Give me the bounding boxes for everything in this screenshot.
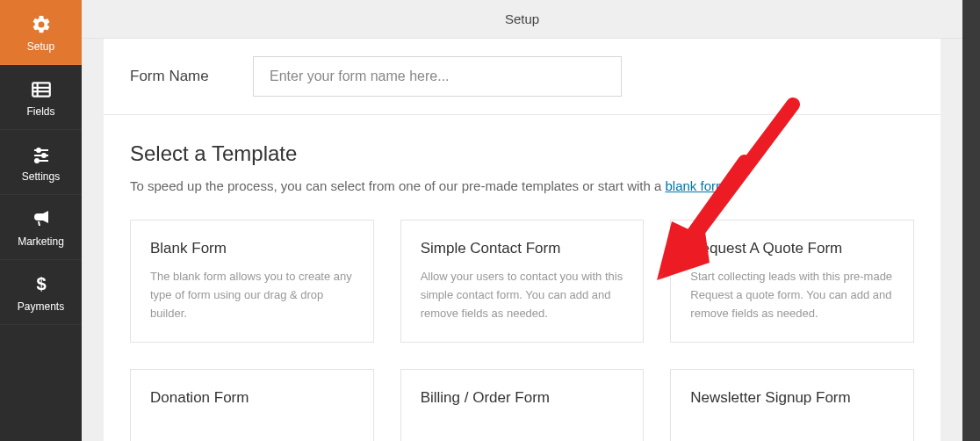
svg-point-7 bbox=[42, 154, 46, 157]
blank-form-link[interactable]: blank form. bbox=[665, 178, 730, 193]
sidebar: Setup Fields Settings Marketing $ Paymen… bbox=[0, 0, 82, 441]
template-title: Simple Contact Form bbox=[421, 240, 624, 257]
sidebar-item-fields[interactable]: Fields bbox=[0, 65, 82, 130]
template-title: Donation Form bbox=[150, 389, 354, 407]
template-subtext: To speed up the process, you can select … bbox=[130, 178, 914, 193]
page-title: Setup bbox=[505, 11, 539, 26]
template-heading: Select a Template bbox=[130, 141, 914, 166]
bullhorn-icon bbox=[29, 207, 54, 232]
form-name-input[interactable] bbox=[253, 56, 622, 97]
template-desc: Start collecting leads with this pre-mad… bbox=[690, 268, 894, 322]
template-desc: The blank form allows you to create any … bbox=[150, 268, 354, 322]
template-card-simple-contact[interactable]: Simple Contact Form Allow your users to … bbox=[400, 220, 645, 343]
svg-rect-0 bbox=[32, 83, 50, 96]
template-title: Request A Quote Form bbox=[690, 240, 894, 257]
template-card-request-quote[interactable]: Request A Quote Form Start collecting le… bbox=[670, 220, 914, 343]
template-subtext-prefix: To speed up the process, you can select … bbox=[130, 178, 665, 193]
template-desc: Allow your users to contact you with thi… bbox=[421, 268, 624, 322]
templates-grid: Blank Form The blank form allows you to … bbox=[130, 220, 914, 441]
sidebar-item-label: Settings bbox=[22, 170, 60, 183]
sidebar-item-marketing[interactable]: Marketing bbox=[0, 195, 82, 260]
sliders-icon bbox=[29, 142, 54, 167]
main-content: Setup Form Name Select a Template To spe… bbox=[82, 0, 962, 441]
template-section: Select a Template To speed up the proces… bbox=[104, 115, 940, 441]
sidebar-item-setup[interactable]: Setup bbox=[0, 0, 82, 65]
sidebar-item-payments[interactable]: $ Payments bbox=[0, 260, 82, 325]
form-name-row: Form Name bbox=[104, 39, 940, 115]
right-gutter bbox=[962, 0, 980, 441]
sidebar-item-label: Setup bbox=[27, 40, 54, 53]
template-title: Billing / Order Form bbox=[421, 389, 624, 407]
sidebar-item-settings[interactable]: Settings bbox=[0, 130, 82, 195]
svg-text:$: $ bbox=[36, 275, 46, 293]
template-card-newsletter[interactable]: Newsletter Signup Form bbox=[670, 369, 914, 441]
svg-point-9 bbox=[35, 159, 39, 163]
topbar: Setup bbox=[82, 0, 962, 39]
template-title: Blank Form bbox=[150, 240, 354, 257]
list-icon bbox=[29, 77, 54, 102]
sidebar-item-label: Marketing bbox=[18, 235, 64, 248]
gear-icon bbox=[29, 12, 54, 37]
form-name-label: Form Name bbox=[130, 68, 253, 85]
svg-point-5 bbox=[37, 148, 40, 152]
template-card-billing[interactable]: Billing / Order Form bbox=[400, 369, 645, 441]
app-root: Setup Fields Settings Marketing $ Paymen… bbox=[0, 0, 980, 441]
content-panel: Form Name Select a Template To speed up … bbox=[104, 39, 940, 441]
sidebar-item-label: Payments bbox=[18, 300, 64, 313]
template-title: Newsletter Signup Form bbox=[690, 389, 894, 407]
sidebar-item-label: Fields bbox=[26, 105, 54, 118]
dollar-icon: $ bbox=[29, 272, 54, 297]
template-card-donation[interactable]: Donation Form bbox=[130, 369, 374, 441]
template-card-blank[interactable]: Blank Form The blank form allows you to … bbox=[130, 220, 374, 343]
